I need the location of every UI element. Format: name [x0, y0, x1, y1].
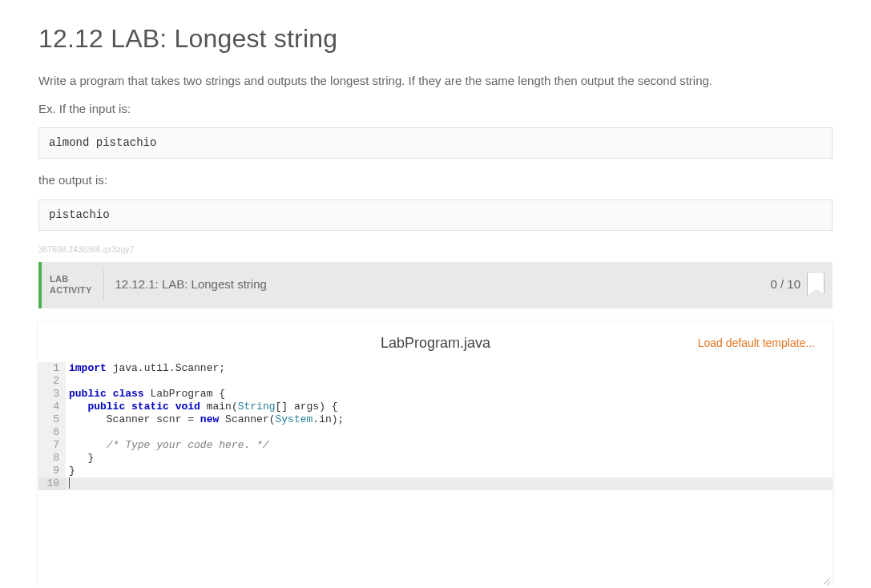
- prompt-text: Write a program that takes two strings a…: [38, 72, 833, 91]
- code-line[interactable]: 3public class LabProgram {: [38, 388, 833, 401]
- bookmark-icon[interactable]: [807, 273, 825, 296]
- watermark: 367608.2436366.qx3zqy7: [38, 244, 833, 256]
- line-number: 5: [38, 413, 66, 426]
- text-cursor: [69, 477, 70, 489]
- activity-type-line2: ACTIVITY: [50, 285, 92, 295]
- code-line[interactable]: 4 public static void main(String[] args)…: [38, 401, 833, 413]
- code-content[interactable]: public class LabProgram {: [66, 388, 225, 401]
- line-number: 8: [38, 452, 66, 465]
- line-number: 7: [38, 439, 66, 452]
- code-line[interactable]: 1import java.util.Scanner;: [38, 362, 833, 375]
- page-title: 12.12 LAB: Longest string: [38, 19, 833, 58]
- code-line[interactable]: 5 Scanner scnr = new Scanner(System.in);: [38, 413, 833, 426]
- code-content[interactable]: public static void main(String[] args) {: [66, 401, 338, 413]
- code-line[interactable]: 6: [38, 426, 833, 439]
- example-output-box: pistachio: [38, 199, 833, 231]
- code-line[interactable]: 8 }: [38, 452, 833, 465]
- code-content[interactable]: Scanner scnr = new Scanner(System.in);: [66, 413, 344, 426]
- code-content[interactable]: /* Type your code here. */: [66, 439, 269, 452]
- code-content[interactable]: [66, 477, 70, 490]
- code-line[interactable]: 2: [38, 375, 833, 388]
- resize-handle-icon[interactable]: [821, 575, 831, 585]
- activity-type: LAB ACTIVITY: [42, 270, 104, 300]
- load-default-template-link[interactable]: Load default template...: [698, 336, 815, 349]
- editor-card: LabProgram.java Load default template...…: [38, 321, 833, 586]
- example-input-box: almond pistachio: [38, 127, 833, 159]
- line-number: 1: [38, 362, 66, 375]
- line-number: 3: [38, 388, 66, 401]
- code-content[interactable]: import java.util.Scanner;: [66, 362, 225, 375]
- line-number: 4: [38, 401, 66, 413]
- code-line[interactable]: 7 /* Type your code here. */: [38, 439, 833, 452]
- code-editor[interactable]: 1import java.util.Scanner;23public class…: [38, 362, 833, 586]
- line-number: 9: [38, 465, 66, 477]
- activity-title: 12.12.1: LAB: Longest string: [104, 262, 771, 308]
- output-intro: the output is:: [38, 171, 833, 190]
- line-number: 10: [38, 477, 66, 490]
- editor-filename: LabProgram.java: [381, 332, 490, 354]
- activity-score: 0 / 10: [770, 276, 800, 294]
- line-number: 6: [38, 426, 66, 439]
- line-number: 2: [38, 375, 66, 388]
- example-intro: Ex. If the input is:: [38, 100, 833, 119]
- code-line[interactable]: 9}: [38, 465, 833, 477]
- activity-header: LAB ACTIVITY 12.12.1: LAB: Longest strin…: [38, 262, 833, 308]
- code-content[interactable]: }: [66, 452, 94, 465]
- activity-type-line1: LAB: [50, 274, 69, 284]
- code-line[interactable]: 10: [38, 477, 833, 490]
- code-content[interactable]: }: [66, 465, 75, 477]
